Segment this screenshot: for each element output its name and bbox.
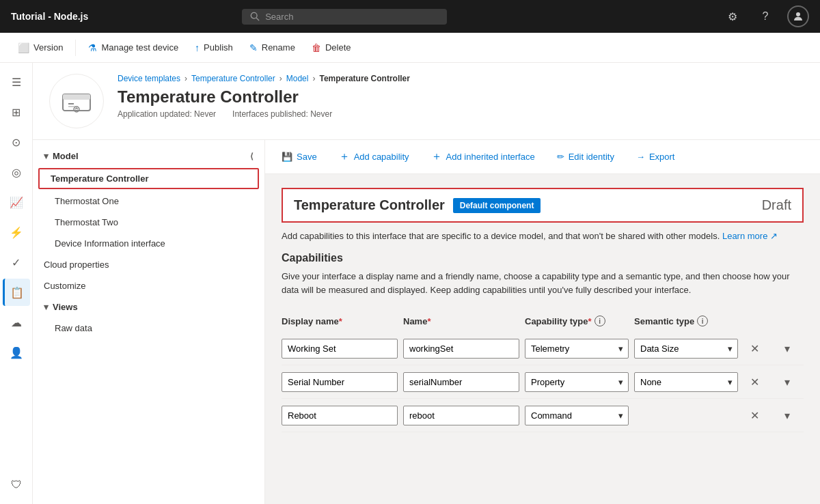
sidebar-icon-menu[interactable]: ☰ [3, 68, 30, 96]
sidebar-icon-dashboard[interactable]: ⊞ [3, 98, 30, 126]
left-sidebar: ☰ ⊞ ⊙ ◎ 📈 ⚡ ✓ 📋 ☁ 👤 🛡 [0, 63, 33, 504]
search-bar[interactable] [242, 9, 447, 25]
tree-item-thermostat-two[interactable]: Thermostat Two [33, 212, 264, 233]
display-name-input-1[interactable] [282, 339, 398, 359]
page-header-info: Device templates › Temperature Controlle… [118, 74, 804, 119]
version-icon: ⬜ [18, 42, 29, 53]
search-icon [250, 12, 260, 21]
meta-published: Interfaces published: Never [232, 109, 332, 119]
edit-identity-icon: ✏ [557, 152, 564, 162]
sidebar-icon-templates[interactable]: 📋 [3, 279, 30, 306]
version-button[interactable]: ⬜ Version [11, 38, 70, 57]
semantic-type-info-icon[interactable]: i [697, 316, 708, 326]
breadcrumb-current: Temperature Controller [319, 74, 409, 83]
sidebar-icon-cloud[interactable]: ☁ [3, 309, 30, 336]
learn-more-link[interactable]: Learn more ↗ [722, 231, 778, 241]
name-input-3[interactable] [403, 406, 519, 425]
template-icon [49, 74, 104, 128]
breadcrumb-model[interactable]: Model [286, 74, 309, 83]
sidebar-icon-analytics[interactable]: 📈 [3, 188, 30, 216]
toolbar: ⬜ Version ⚗ Manage test device ↑ Publish… [0, 33, 820, 63]
capabilities-section: Capabilities Give your interface a displ… [282, 252, 804, 432]
avatar[interactable] [787, 5, 809, 27]
name-input-2[interactable] [403, 372, 519, 392]
delete-row-2-button[interactable]: ✕ [743, 371, 765, 393]
breadcrumb-temperature-controller[interactable]: Temperature Controller [191, 74, 275, 83]
search-input[interactable] [265, 12, 415, 22]
sidebar-icon-users[interactable]: 👤 [3, 339, 30, 366]
content-area: Device templates › Temperature Controlle… [33, 63, 820, 504]
model-panel-collapse[interactable]: ⟨ [250, 152, 254, 161]
table-row: Telemetry Property Command Data Size Non… [282, 365, 804, 399]
add-inherited-interface-button[interactable]: ＋ Add inherited interface [426, 145, 541, 168]
top-bar-icons: ⚙ ? [722, 5, 809, 27]
tree-item-device-info[interactable]: Device Information interface [33, 233, 264, 254]
save-button[interactable]: 💾 Save [276, 148, 323, 166]
manage-test-device-button[interactable]: ⚗ Manage test device [81, 38, 185, 57]
help-icon[interactable]: ? [754, 5, 776, 27]
publish-icon: ↑ [195, 42, 200, 53]
component-title: Temperature Controller [294, 197, 445, 213]
capabilities-desc: Give your interface a display name and a… [282, 270, 804, 296]
expand-row-3-button[interactable]: ▾ [776, 404, 798, 426]
views-collapse-icon[interactable]: ▾ [44, 302, 49, 312]
tree-item-temperature-controller[interactable]: Temperature Controller [38, 168, 259, 189]
rename-icon: ✎ [249, 42, 258, 53]
add-capability-button[interactable]: ＋ Add capability [333, 145, 415, 168]
table-row: Telemetry Property Command ✕ ▾ [282, 399, 804, 432]
export-button[interactable]: → Export [631, 148, 681, 166]
manage-icon: ⚗ [88, 42, 97, 53]
capability-type-select-1[interactable]: Telemetry Property Command [525, 339, 629, 359]
expand-row-1-button[interactable]: ▾ [776, 337, 798, 359]
name-input-1[interactable] [403, 339, 519, 359]
expand-row-2-button[interactable]: ▾ [776, 371, 798, 393]
tree-item-raw-data[interactable]: Raw data [33, 318, 264, 339]
main-layout: ☰ ⊞ ⊙ ◎ 📈 ⚡ ✓ 📋 ☁ 👤 🛡 [0, 63, 820, 504]
draft-label: Draft [762, 197, 791, 213]
display-name-input-2[interactable] [282, 372, 398, 392]
action-bar: 💾 Save ＋ Add capability ＋ Add inherited … [265, 140, 820, 174]
model-section-header: ▾ Model ⟨ [33, 145, 264, 167]
model-collapse-icon[interactable]: ▾ [44, 151, 49, 161]
tree-customize[interactable]: Customize [33, 275, 264, 296]
col-name: Name * [403, 316, 519, 326]
detail-panel: 💾 Save ＋ Add capability ＋ Add inherited … [265, 140, 820, 504]
col-display-name: Display name * [282, 316, 398, 326]
page-title: Temperature Controller [118, 87, 804, 107]
semantic-type-select-2[interactable]: Data Size None Temperature [634, 372, 738, 392]
capability-type-select-wrapper-2: Telemetry Property Command [525, 372, 629, 392]
delete-icon: 🗑 [312, 42, 321, 53]
add-capability-icon: ＋ [339, 150, 350, 164]
component-title-area: Temperature Controller Default component [294, 197, 541, 213]
col-semantic-type: Semantic type i [634, 316, 738, 326]
display-name-input-3[interactable] [282, 406, 398, 425]
capability-type-info-icon[interactable]: i [594, 316, 605, 326]
tree-cloud-properties[interactable]: Cloud properties [33, 254, 264, 275]
sidebar-icon-groups[interactable]: ◎ [3, 158, 30, 186]
edit-identity-button[interactable]: ✏ Edit identity [551, 148, 620, 166]
rename-button[interactable]: ✎ Rename [243, 38, 302, 57]
breadcrumb-device-templates[interactable]: Device templates [118, 74, 180, 83]
sidebar-icon-rules[interactable]: ⚡ [3, 219, 30, 246]
toolbar-divider-1 [75, 40, 76, 56]
views-section-header: ▾ Views [33, 296, 264, 318]
sidebar-icon-settings[interactable]: 🛡 [3, 471, 30, 499]
delete-row-3-button[interactable]: ✕ [743, 404, 765, 426]
capability-type-select-2[interactable]: Telemetry Property Command [525, 372, 629, 392]
export-icon: → [636, 152, 645, 162]
app-title: Tutorial - Node.js [11, 11, 88, 22]
svg-rect-4 [63, 94, 90, 100]
semantic-type-select-wrapper-1: Data Size None Temperature [634, 339, 738, 359]
semantic-type-select-1[interactable]: Data Size None Temperature [634, 339, 738, 359]
sidebar-icon-jobs[interactable]: ✓ [3, 249, 30, 276]
breadcrumb: Device templates › Temperature Controlle… [118, 74, 804, 83]
default-badge: Default component [453, 198, 541, 213]
delete-row-1-button[interactable]: ✕ [743, 337, 765, 359]
capability-type-select-3[interactable]: Telemetry Property Command [525, 406, 629, 425]
tree-item-thermostat-one[interactable]: Thermostat One [33, 191, 264, 212]
settings-icon[interactable]: ⚙ [722, 5, 743, 27]
publish-button[interactable]: ↑ Publish [188, 38, 240, 57]
sidebar-icon-devices[interactable]: ⊙ [3, 128, 30, 156]
cap-table-header: Display name * Name * Capability type * [282, 310, 804, 332]
delete-button[interactable]: 🗑 Delete [305, 38, 358, 57]
